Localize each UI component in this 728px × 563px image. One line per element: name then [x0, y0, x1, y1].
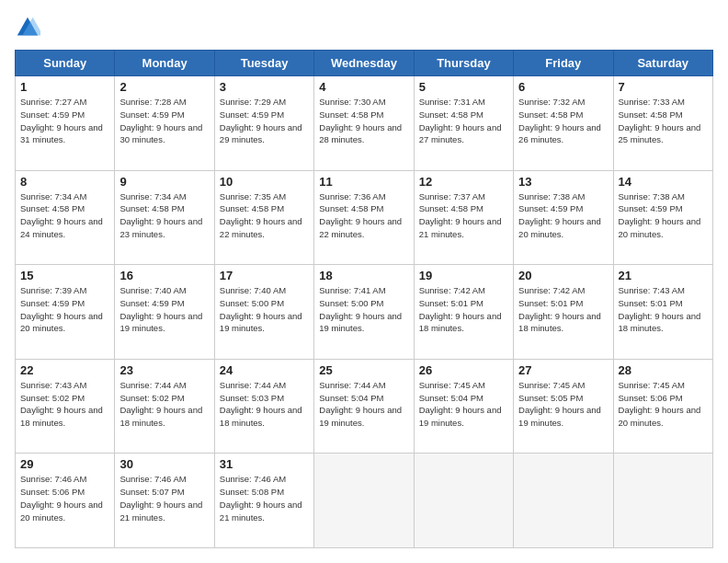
- calendar-cell: 31 Sunrise: 7:46 AM Sunset: 5:08 PM Dayl…: [214, 454, 313, 548]
- day-number: 17: [220, 269, 309, 282]
- calendar-cell: 25 Sunrise: 7:44 AM Sunset: 5:04 PM Dayl…: [314, 359, 414, 454]
- day-info: Sunrise: 7:44 AM Sunset: 5:02 PM Dayligh…: [119, 379, 209, 430]
- day-number: 19: [419, 269, 508, 282]
- day-info: Sunrise: 7:46 AM Sunset: 5:07 PM Dayligh…: [119, 473, 209, 523]
- calendar-cell: 21 Sunrise: 7:43 AM Sunset: 5:01 PM Dayl…: [613, 265, 712, 360]
- calendar-cell: 19 Sunrise: 7:42 AM Sunset: 5:01 PM Dayl…: [414, 265, 513, 360]
- calendar-week-2: 8 Sunrise: 7:34 AM Sunset: 4:58 PM Dayli…: [16, 170, 713, 265]
- day-number: 21: [619, 269, 708, 282]
- calendar-table: SundayMondayTuesdayWednesdayThursdayFrid…: [15, 50, 713, 548]
- day-number: 12: [419, 175, 508, 189]
- calendar-cell: 8 Sunrise: 7:34 AM Sunset: 4:58 PM Dayli…: [16, 170, 115, 265]
- calendar-cell: 18 Sunrise: 7:41 AM Sunset: 5:00 PM Dayl…: [314, 265, 414, 360]
- calendar-cell: 29 Sunrise: 7:46 AM Sunset: 5:06 PM Dayl…: [16, 454, 115, 548]
- day-info: Sunrise: 7:43 AM Sunset: 5:01 PM Dayligh…: [619, 284, 708, 335]
- calendar-week-1: 1 Sunrise: 7:27 AM Sunset: 4:59 PM Dayli…: [16, 76, 713, 171]
- day-info: Sunrise: 7:38 AM Sunset: 4:59 PM Dayligh…: [619, 190, 708, 241]
- day-number: 7: [619, 80, 708, 94]
- calendar-cell: 9 Sunrise: 7:34 AM Sunset: 4:58 PM Dayli…: [115, 170, 214, 265]
- calendar-cell: 22 Sunrise: 7:43 AM Sunset: 5:02 PM Dayl…: [16, 359, 115, 454]
- day-number: 27: [518, 363, 608, 377]
- calendar-cell: 6 Sunrise: 7:32 AM Sunset: 4:58 PM Dayli…: [514, 76, 613, 171]
- day-info: Sunrise: 7:35 AM Sunset: 4:58 PM Dayligh…: [220, 190, 309, 241]
- day-info: Sunrise: 7:27 AM Sunset: 4:59 PM Dayligh…: [20, 96, 109, 146]
- day-number: 8: [20, 175, 109, 189]
- day-number: 23: [119, 363, 209, 377]
- day-info: Sunrise: 7:44 AM Sunset: 5:04 PM Dayligh…: [319, 379, 408, 430]
- calendar-week-5: 29 Sunrise: 7:46 AM Sunset: 5:06 PM Dayl…: [16, 454, 713, 548]
- day-header-wednesday: Wednesday: [314, 51, 414, 76]
- day-number: 30: [119, 457, 209, 471]
- day-info: Sunrise: 7:45 AM Sunset: 5:04 PM Dayligh…: [419, 379, 508, 430]
- day-number: 3: [220, 80, 309, 94]
- day-info: Sunrise: 7:30 AM Sunset: 4:58 PM Dayligh…: [319, 96, 408, 146]
- calendar-cell: 12 Sunrise: 7:37 AM Sunset: 4:58 PM Dayl…: [414, 170, 513, 265]
- day-number: 16: [119, 269, 209, 282]
- calendar-cell: 2 Sunrise: 7:28 AM Sunset: 4:59 PM Dayli…: [115, 76, 214, 171]
- day-number: 11: [319, 175, 408, 189]
- day-info: Sunrise: 7:42 AM Sunset: 5:01 PM Dayligh…: [419, 284, 508, 335]
- day-info: Sunrise: 7:46 AM Sunset: 5:08 PM Dayligh…: [220, 473, 309, 523]
- day-number: 15: [20, 269, 109, 282]
- day-info: Sunrise: 7:31 AM Sunset: 4:58 PM Dayligh…: [419, 96, 508, 146]
- calendar-week-4: 22 Sunrise: 7:43 AM Sunset: 5:02 PM Dayl…: [16, 359, 713, 454]
- calendar-cell: 26 Sunrise: 7:45 AM Sunset: 5:04 PM Dayl…: [414, 359, 513, 454]
- calendar-cell: 11 Sunrise: 7:36 AM Sunset: 4:58 PM Dayl…: [314, 170, 414, 265]
- calendar-cell: 15 Sunrise: 7:39 AM Sunset: 4:59 PM Dayl…: [16, 265, 115, 360]
- page: SundayMondayTuesdayWednesdayThursdayFrid…: [0, 0, 728, 563]
- calendar-cell: 27 Sunrise: 7:45 AM Sunset: 5:05 PM Dayl…: [514, 359, 613, 454]
- calendar-cell: [314, 454, 414, 548]
- day-header-saturday: Saturday: [613, 51, 712, 76]
- day-number: 24: [220, 363, 309, 377]
- day-number: 5: [419, 80, 508, 94]
- day-header-sunday: Sunday: [16, 51, 115, 76]
- day-number: 1: [20, 80, 109, 94]
- day-info: Sunrise: 7:41 AM Sunset: 5:00 PM Dayligh…: [319, 284, 408, 335]
- day-info: Sunrise: 7:28 AM Sunset: 4:59 PM Dayligh…: [119, 96, 209, 146]
- day-info: Sunrise: 7:42 AM Sunset: 5:01 PM Dayligh…: [518, 284, 608, 335]
- calendar-cell: 30 Sunrise: 7:46 AM Sunset: 5:07 PM Dayl…: [115, 454, 214, 548]
- calendar-cell: 4 Sunrise: 7:30 AM Sunset: 4:58 PM Dayli…: [314, 76, 414, 171]
- calendar-cell: 23 Sunrise: 7:44 AM Sunset: 5:02 PM Dayl…: [115, 359, 214, 454]
- calendar-cell: [514, 454, 613, 548]
- day-info: Sunrise: 7:36 AM Sunset: 4:58 PM Dayligh…: [319, 190, 408, 241]
- header: [15, 15, 713, 40]
- calendar-cell: 1 Sunrise: 7:27 AM Sunset: 4:59 PM Dayli…: [16, 76, 115, 171]
- day-info: Sunrise: 7:32 AM Sunset: 4:58 PM Dayligh…: [518, 96, 608, 146]
- day-info: Sunrise: 7:37 AM Sunset: 4:58 PM Dayligh…: [419, 190, 508, 241]
- calendar-cell: 7 Sunrise: 7:33 AM Sunset: 4:58 PM Dayli…: [613, 76, 712, 171]
- calendar-cell: 16 Sunrise: 7:40 AM Sunset: 4:59 PM Dayl…: [115, 265, 214, 360]
- day-number: 25: [319, 363, 408, 377]
- calendar-cell: 20 Sunrise: 7:42 AM Sunset: 5:01 PM Dayl…: [514, 265, 613, 360]
- day-number: 4: [319, 80, 408, 94]
- day-info: Sunrise: 7:29 AM Sunset: 4:59 PM Dayligh…: [220, 96, 309, 146]
- calendar-cell: 14 Sunrise: 7:38 AM Sunset: 4:59 PM Dayl…: [613, 170, 712, 265]
- day-info: Sunrise: 7:34 AM Sunset: 4:58 PM Dayligh…: [20, 190, 109, 241]
- day-number: 9: [119, 175, 209, 189]
- calendar-cell: [414, 454, 513, 548]
- day-number: 14: [619, 175, 708, 189]
- day-header-tuesday: Tuesday: [214, 51, 313, 76]
- day-number: 6: [518, 80, 608, 94]
- day-info: Sunrise: 7:44 AM Sunset: 5:03 PM Dayligh…: [220, 379, 309, 430]
- day-header-friday: Friday: [514, 51, 613, 76]
- day-info: Sunrise: 7:43 AM Sunset: 5:02 PM Dayligh…: [20, 379, 109, 430]
- logo-icon: [15, 15, 40, 40]
- day-number: 29: [20, 457, 109, 471]
- calendar-cell: 5 Sunrise: 7:31 AM Sunset: 4:58 PM Dayli…: [414, 76, 513, 171]
- day-info: Sunrise: 7:38 AM Sunset: 4:59 PM Dayligh…: [518, 190, 608, 241]
- day-info: Sunrise: 7:46 AM Sunset: 5:06 PM Dayligh…: [20, 473, 109, 523]
- day-info: Sunrise: 7:45 AM Sunset: 5:06 PM Dayligh…: [619, 379, 708, 430]
- calendar-cell: 24 Sunrise: 7:44 AM Sunset: 5:03 PM Dayl…: [214, 359, 313, 454]
- day-number: 22: [20, 363, 109, 377]
- day-info: Sunrise: 7:39 AM Sunset: 4:59 PM Dayligh…: [20, 284, 109, 335]
- day-number: 26: [419, 363, 508, 377]
- logo: [15, 15, 44, 40]
- day-number: 18: [319, 269, 408, 282]
- day-number: 2: [119, 80, 209, 94]
- day-info: Sunrise: 7:34 AM Sunset: 4:58 PM Dayligh…: [119, 190, 209, 241]
- calendar-week-3: 15 Sunrise: 7:39 AM Sunset: 4:59 PM Dayl…: [16, 265, 713, 360]
- day-number: 28: [619, 363, 708, 377]
- day-info: Sunrise: 7:33 AM Sunset: 4:58 PM Dayligh…: [619, 96, 708, 146]
- calendar-header-row: SundayMondayTuesdayWednesdayThursdayFrid…: [16, 51, 713, 76]
